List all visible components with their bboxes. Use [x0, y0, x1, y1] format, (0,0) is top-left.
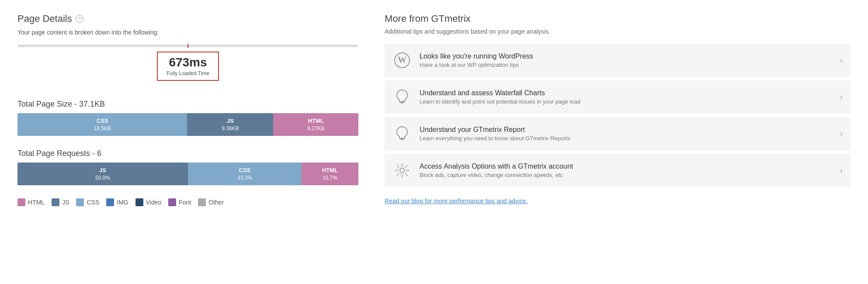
tip-text-waterfall: Understand and assess Waterfall Charts L… — [420, 89, 832, 105]
timeline-sublabel: Fully Loaded Time — [167, 70, 209, 76]
legend-label: CSS — [87, 199, 99, 206]
svg-point-3 — [398, 166, 406, 175]
tip-title-report: Understand your GTmetrix Report — [420, 126, 832, 134]
tip-text-wordpress: Looks like you're running WordPress Have… — [420, 52, 832, 68]
bar-segment-js: JS9.36KB — [187, 113, 273, 136]
tip-desc-report: Learn everything you need to know about … — [420, 135, 832, 142]
chevron-right-icon: › — [840, 166, 843, 175]
tip-desc-wordpress: Have a look at our WP optimization tips — [420, 62, 832, 68]
gtmetrix-subtitle: Additional tips and suggestions based on… — [385, 28, 851, 35]
requests-section-title: Total Page Requests - 6 — [17, 149, 358, 158]
legend-label: Font — [179, 199, 191, 206]
bar-segment-html: HTML9.27KB — [273, 113, 358, 136]
tip-title-waterfall: Understand and assess Waterfall Charts — [420, 89, 832, 97]
legend-item-video: Video — [135, 198, 162, 206]
legend-label: HTML — [28, 199, 45, 206]
left-panel: Page Details ? Your page content is brok… — [17, 13, 358, 271]
chevron-right-icon: › — [840, 56, 843, 65]
bulb-icon — [392, 124, 412, 143]
timeline-time: 673ms — [167, 56, 209, 69]
legend-item-css: CSS — [76, 198, 99, 206]
legend-label: Video — [146, 199, 162, 206]
legend-item-other: Other — [198, 198, 224, 206]
bar-segment-req-js: JS50.0% — [17, 163, 188, 185]
tip-desc-waterfall: Learn to identify and point out potentia… — [420, 98, 832, 105]
page-details-label: Page Details — [17, 13, 72, 24]
size-section-title: Total Page Size - 37.1KB — [17, 100, 358, 109]
gtmetrix-title: More from GTmetrix — [385, 13, 851, 24]
wordpress-icon: W — [392, 51, 412, 70]
tip-title-account: Access Analysis Options with a GTmetrix … — [420, 163, 832, 170]
legend: HTMLJSCSSIMGVideoFontOther — [17, 198, 358, 206]
page-details-subtitle: Your page content is broken down into th… — [17, 29, 358, 36]
blog-link[interactable]: Read our blog for more performance tips … — [385, 197, 528, 204]
legend-item-html: HTML — [17, 198, 45, 206]
tip-title-wordpress: Looks like you're running WordPress — [420, 52, 832, 60]
tip-item-account[interactable]: Access Analysis Options with a GTmetrix … — [385, 154, 851, 187]
timeline-container: 673ms Fully Loaded Time — [17, 45, 358, 47]
svg-point-2 — [400, 168, 404, 173]
legend-swatch — [198, 198, 206, 206]
legend-item-font: Font — [168, 198, 191, 206]
gear-icon — [392, 161, 412, 180]
legend-swatch — [17, 198, 25, 206]
bar-segment-req-html: HTML16.7% — [302, 163, 358, 185]
chevron-right-icon: › — [840, 93, 843, 102]
legend-label: Other — [208, 199, 224, 206]
legend-swatch — [168, 198, 176, 206]
tip-item-waterfall[interactable]: Understand and assess Waterfall Charts L… — [385, 80, 851, 114]
legend-swatch — [76, 198, 84, 206]
legend-label: JS — [62, 199, 69, 206]
bar-segment-css: CSS18.5KB — [17, 113, 187, 136]
help-icon[interactable]: ? — [76, 15, 83, 23]
requests-bar-chart: JS50.0%CSS33.3%HTML16.7% — [17, 163, 358, 185]
svg-text:W: W — [398, 55, 406, 65]
chevron-right-icon: › — [840, 129, 843, 139]
tip-text-account: Access Analysis Options with a GTmetrix … — [420, 163, 832, 178]
legend-item-img: IMG — [106, 198, 128, 206]
page-details-title: Page Details ? — [17, 13, 358, 24]
timeline-track — [17, 45, 358, 47]
tips-container: W Looks like you're running WordPress Ha… — [385, 44, 851, 187]
legend-swatch — [106, 198, 114, 206]
legend-swatch — [52, 198, 59, 206]
tip-item-wordpress[interactable]: W Looks like you're running WordPress Ha… — [385, 44, 851, 77]
timeline-marker — [187, 44, 188, 48]
size-bar-chart: CSS18.5KBJS9.36KBHTML9.27KB — [17, 113, 358, 136]
legend-item-js: JS — [52, 198, 69, 206]
bar-segment-req-css: CSS33.3% — [188, 163, 302, 185]
tip-desc-account: Block ads, capture video, change connect… — [420, 172, 832, 178]
legend-label: IMG — [117, 199, 128, 206]
tip-item-report[interactable]: Understand your GTmetrix Report Learn ev… — [385, 117, 851, 150]
right-panel: More from GTmetrix Additional tips and s… — [385, 13, 851, 271]
tip-text-report: Understand your GTmetrix Report Learn ev… — [420, 126, 832, 142]
timeline-label-box: 673ms Fully Loaded Time — [157, 52, 219, 81]
legend-swatch — [135, 198, 143, 206]
bulb-icon — [392, 87, 412, 107]
